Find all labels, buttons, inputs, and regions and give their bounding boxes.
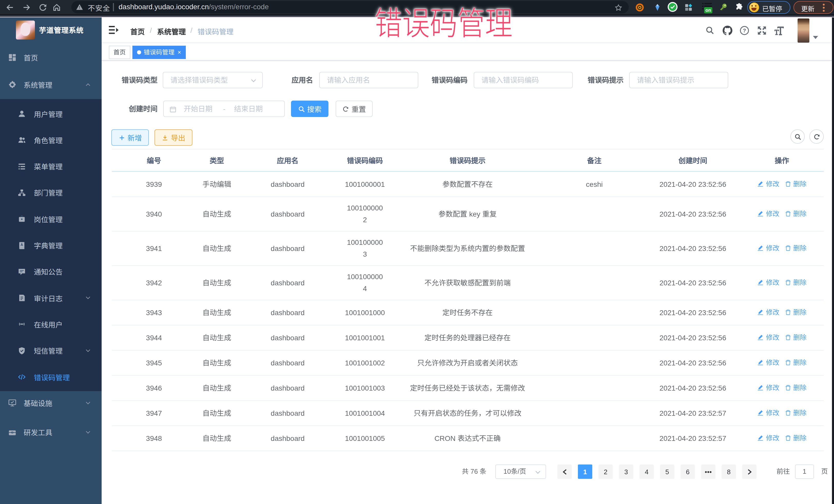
svg-text:?: ? <box>743 27 746 34</box>
